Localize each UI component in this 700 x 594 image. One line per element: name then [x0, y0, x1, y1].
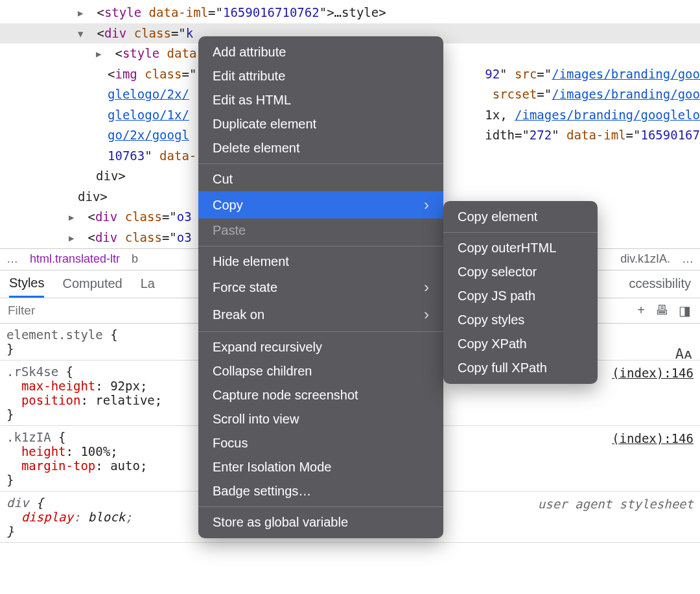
breadcrumb-overflow[interactable]: … [6, 252, 18, 266]
menu-item-add-attribute[interactable]: Add attribute [198, 40, 443, 64]
menu-item-focus[interactable]: Focus [198, 431, 443, 455]
text-size-icon[interactable]: Aᴀ [675, 346, 692, 362]
rule-origin-link[interactable]: (index):146 [612, 431, 694, 446]
menu-item-break-on[interactable]: Break on [198, 301, 443, 328]
menu-item-isolation-mode[interactable]: Enter Isolation Mode [198, 455, 443, 479]
expand-icon[interactable] [78, 27, 89, 40]
menu-item-duplicate-element[interactable]: Duplicate element [198, 112, 443, 136]
new-style-rule-icon[interactable]: + [637, 303, 645, 318]
menu-separator [198, 163, 443, 164]
menu-item-expand-recursively[interactable]: Expand recursively [198, 335, 443, 359]
menu-item-badge-settings[interactable]: Badge settings… [198, 479, 443, 503]
menu-item-paste: Paste [198, 219, 443, 243]
submenu-copy-xpath[interactable]: Copy XPath [443, 332, 598, 356]
breadcrumb-item[interactable]: html.translated-ltr [30, 252, 120, 266]
tab-styles[interactable]: Styles [9, 276, 44, 298]
submenu-copy-selector[interactable]: Copy selector [443, 260, 598, 284]
expand-icon[interactable] [96, 47, 108, 60]
rule-origin-label: user agent stylesheet [538, 497, 694, 511]
menu-item-capture-screenshot[interactable]: Capture node screenshot [198, 383, 443, 407]
submenu-copy-js-path[interactable]: Copy JS path [443, 284, 598, 308]
breadcrumb-item[interactable]: b [132, 252, 138, 266]
breadcrumb-overflow[interactable]: … [682, 252, 694, 266]
menu-separator [198, 331, 443, 332]
expand-icon[interactable] [69, 232, 80, 244]
menu-item-edit-attribute[interactable]: Edit attribute [198, 64, 443, 88]
panel-toggle-icon[interactable]: ◨ [679, 303, 691, 318]
tab-layout[interactable]: La [141, 276, 155, 296]
tab-accessibility[interactable]: ccessibility [629, 276, 691, 296]
submenu-copy-outerhtml[interactable]: Copy outerHTML [443, 236, 598, 260]
menu-item-scroll-into-view[interactable]: Scroll into view [198, 407, 443, 431]
submenu-copy-element[interactable]: Copy element [443, 205, 598, 229]
dom-node-style[interactable]: <style data-iml="1659016710762">…style> [0, 3, 700, 23]
menu-separator [198, 506, 443, 507]
device-icon[interactable]: 🖶 [655, 303, 668, 318]
menu-separator [443, 232, 598, 233]
menu-separator [198, 246, 443, 246]
expand-icon[interactable] [69, 211, 80, 224]
breadcrumb-item[interactable]: div.k1zIA. [620, 252, 670, 266]
submenu-copy-full-xpath[interactable]: Copy full XPath [443, 356, 598, 380]
context-submenu-copy[interactable]: Copy element Copy outerHTML Copy selecto… [443, 201, 598, 384]
rule-origin-link[interactable]: (index):146 [612, 366, 694, 380]
menu-item-store-global[interactable]: Store as global variable [198, 510, 443, 534]
expand-icon[interactable] [78, 6, 89, 19]
context-menu[interactable]: Add attribute Edit attribute Edit as HTM… [198, 36, 443, 538]
tab-computed[interactable]: Computed [62, 276, 122, 296]
menu-item-force-state[interactable]: Force state [198, 274, 443, 301]
submenu-copy-styles[interactable]: Copy styles [443, 308, 598, 332]
menu-item-cut[interactable]: Cut [198, 167, 443, 191]
menu-item-copy[interactable]: Copy [198, 191, 443, 219]
menu-item-collapse-children[interactable]: Collapse children [198, 359, 443, 383]
menu-item-delete-element[interactable]: Delete element [198, 136, 443, 160]
menu-item-edit-as-html[interactable]: Edit as HTML [198, 88, 443, 112]
menu-item-hide-element[interactable]: Hide element [198, 250, 443, 274]
